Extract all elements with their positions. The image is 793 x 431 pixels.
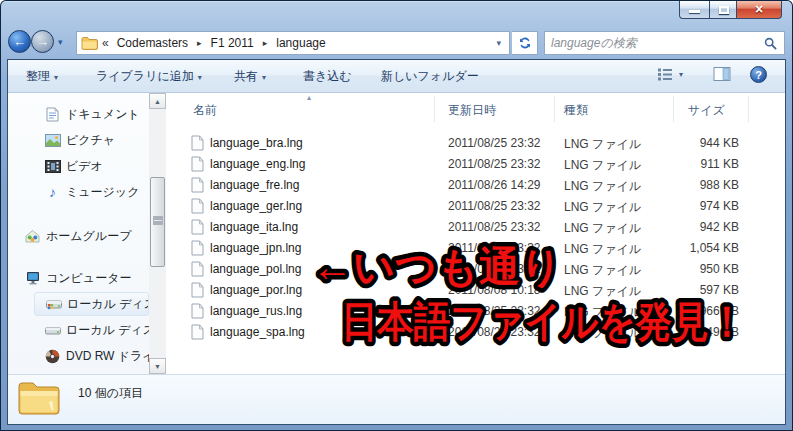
chevron-down-icon: ▾ bbox=[50, 73, 58, 82]
chevron-down-icon: ▾ bbox=[258, 73, 266, 82]
column-header-date[interactable]: 更新日時 bbox=[448, 102, 496, 119]
table-row[interactable]: language_bra.lng 2011/08/25 23:32 LNG ファ… bbox=[166, 133, 766, 154]
column-headers: ▴ 名前 更新日時 種類 サイズ bbox=[166, 93, 785, 124]
file-name: language_por.lng bbox=[210, 283, 302, 297]
address-dropdown-icon[interactable]: ▾ bbox=[496, 38, 509, 48]
breadcrumb-separator-icon[interactable]: ▸ bbox=[256, 38, 275, 48]
folder-icon bbox=[81, 36, 98, 50]
file-size: 597 KB bbox=[629, 283, 739, 297]
file-icon bbox=[191, 177, 204, 197]
forward-button[interactable]: → bbox=[31, 30, 54, 53]
help-icon: ? bbox=[750, 66, 767, 83]
table-row[interactable]: language_por.lng 2011/08/08 10:18 LNG ファ… bbox=[166, 280, 766, 301]
file-icon bbox=[191, 156, 204, 176]
file-date: 2011/08/26 14:29 bbox=[448, 178, 541, 192]
sidebar-item-homegroup[interactable]: ホームグループ bbox=[8, 224, 149, 248]
table-row[interactable]: language_eng.lng 2011/08/25 23:32 LNG ファ… bbox=[166, 154, 766, 175]
scroll-down-button[interactable]: ▼ bbox=[149, 358, 166, 374]
pictures-icon bbox=[44, 132, 61, 148]
sidebar-item-computer[interactable]: コンピューター bbox=[8, 266, 149, 290]
column-header-name[interactable]: 名前 bbox=[193, 102, 217, 119]
explorer-window: × ← → ▾ « Codemasters ▸ F1 2011 ▸ langua… bbox=[0, 0, 793, 431]
help-button[interactable]: ? bbox=[750, 66, 767, 83]
file-name: language_jpn.lng bbox=[210, 241, 301, 255]
content-frame: 整理▾ ライブラリに追加▾ 共有▾ 書き込む 新しいフォルダー ▾ bbox=[7, 59, 786, 425]
search-input[interactable] bbox=[545, 36, 764, 50]
breadcrumb-overflow-chevron[interactable]: « bbox=[102, 36, 109, 50]
preview-pane-button[interactable] bbox=[713, 66, 731, 82]
views-button[interactable]: ▾ bbox=[656, 66, 683, 82]
table-row[interactable]: language_fre.lng 2011/08/26 14:29 LNG ファ… bbox=[166, 175, 766, 196]
column-divider[interactable] bbox=[554, 96, 555, 122]
command-toolbar: 整理▾ ライブラリに追加▾ 共有▾ 書き込む 新しいフォルダー ▾ bbox=[8, 60, 785, 93]
scrollbar-thumb[interactable] bbox=[150, 177, 165, 267]
sidebar-item-label: ビデオ bbox=[66, 158, 103, 175]
breadcrumb-item-codemasters[interactable]: Codemasters bbox=[115, 36, 190, 50]
recent-pages-dropdown[interactable]: ▾ bbox=[58, 37, 63, 47]
maximize-button[interactable] bbox=[709, 1, 737, 19]
sidebar-item-label: ミュージック bbox=[66, 184, 139, 201]
sidebar-item-local-disk-2[interactable]: ローカル ディス bbox=[8, 318, 149, 342]
breadcrumb-separator-icon[interactable]: ▸ bbox=[190, 38, 209, 48]
maximize-icon bbox=[719, 6, 729, 14]
file-icon bbox=[191, 240, 204, 260]
sidebar-item-label: ローカル ディス bbox=[66, 322, 149, 339]
sidebar-item-label: ローカル ディス bbox=[67, 296, 149, 313]
column-header-type[interactable]: 種類 bbox=[564, 102, 588, 119]
file-icon bbox=[191, 198, 204, 218]
scroll-up-button[interactable]: ▲ bbox=[149, 93, 166, 109]
toolbar-label: ライブラリに追加 bbox=[96, 69, 194, 83]
table-row[interactable]: language_jpn.lng 2011/08/25 23:32 LNG ファ… bbox=[166, 238, 766, 259]
column-divider[interactable] bbox=[673, 96, 674, 122]
address-bar[interactable]: « Codemasters ▸ F1 2011 ▸ language ▾ bbox=[76, 31, 510, 55]
forward-arrow-icon: → bbox=[36, 34, 49, 49]
file-icon bbox=[191, 219, 204, 239]
table-row[interactable]: language_ita.lng 2011/08/25 23:32 LNG ファ… bbox=[166, 217, 766, 238]
sidebar-item-local-disk-c[interactable]: ローカル ディス bbox=[34, 292, 149, 316]
breadcrumb-item-f1-2011[interactable]: F1 2011 bbox=[209, 36, 256, 50]
column-header-size[interactable]: サイズ bbox=[688, 102, 725, 119]
search-icon[interactable] bbox=[764, 37, 784, 50]
computer-icon bbox=[24, 270, 41, 286]
sidebar-item-label: ホームグループ bbox=[46, 228, 131, 245]
toolbar-item-burn[interactable]: 書き込む bbox=[303, 68, 352, 85]
toolbar-item-add-to-library[interactable]: ライブラリに追加▾ bbox=[96, 68, 202, 85]
close-icon: × bbox=[737, 1, 781, 18]
table-row[interactable]: language_rus.lng 2011/08/25 23:32 LNG ファ… bbox=[166, 301, 766, 322]
table-row[interactable]: language_ger.lng 2011/08/25 23:32 LNG ファ… bbox=[166, 196, 766, 217]
preview-pane-icon bbox=[713, 66, 731, 82]
back-button[interactable]: ← bbox=[8, 30, 31, 53]
file-icon bbox=[191, 261, 204, 281]
sidebar-item-label: ドキュメント bbox=[66, 106, 140, 123]
close-button[interactable]: × bbox=[737, 1, 782, 19]
toolbar-item-new-folder[interactable]: 新しいフォルダー bbox=[381, 68, 479, 85]
sidebar-item-label: ピクチャ bbox=[66, 132, 115, 149]
file-date: 2011/08/25 23:32 bbox=[448, 220, 541, 234]
toolbar-label: 共有 bbox=[234, 69, 258, 83]
minimize-button[interactable] bbox=[679, 1, 709, 19]
file-list: ▴ 名前 更新日時 種類 サイズ language_bra.lng 2011/0… bbox=[166, 93, 785, 374]
toolbar-item-organize[interactable]: 整理▾ bbox=[26, 68, 58, 85]
file-icon bbox=[191, 135, 204, 155]
table-row[interactable]: language_spa.lng 2011/08/25 23:32 LNG ファ… bbox=[166, 322, 766, 343]
file-date: 2011/08/25 23:32 bbox=[448, 157, 541, 171]
sidebar-item-documents[interactable]: ドキュメント bbox=[8, 102, 149, 126]
dvd-drive-icon bbox=[44, 348, 61, 364]
sidebar-item-music[interactable]: ♪ ミュージック bbox=[8, 180, 149, 204]
sidebar-item-pictures[interactable]: ピクチャ bbox=[8, 128, 149, 152]
sidebar-item-dvd-drive[interactable]: DVD RW ドライ bbox=[8, 344, 149, 368]
back-arrow-icon: ← bbox=[13, 34, 26, 49]
toolbar-item-share[interactable]: 共有▾ bbox=[234, 68, 266, 85]
sidebar-scrollbar[interactable]: ▲ ▼ bbox=[149, 93, 166, 374]
table-row[interactable]: language_pol.lng 2011/08/25 23:32 LNG ファ… bbox=[166, 259, 766, 280]
refresh-button[interactable] bbox=[512, 31, 538, 55]
column-divider[interactable] bbox=[434, 96, 435, 122]
file-name: language_pol.lng bbox=[210, 262, 301, 276]
column-divider[interactable] bbox=[748, 96, 749, 122]
sidebar-item-videos[interactable]: ビデオ bbox=[8, 154, 149, 178]
file-size: 911 KB bbox=[629, 157, 739, 171]
file-icon bbox=[191, 324, 204, 344]
file-size: 974 KB bbox=[629, 199, 739, 213]
breadcrumb-item-language[interactable]: language bbox=[274, 36, 327, 50]
toolbar-label: 新しいフォルダー bbox=[381, 69, 479, 83]
